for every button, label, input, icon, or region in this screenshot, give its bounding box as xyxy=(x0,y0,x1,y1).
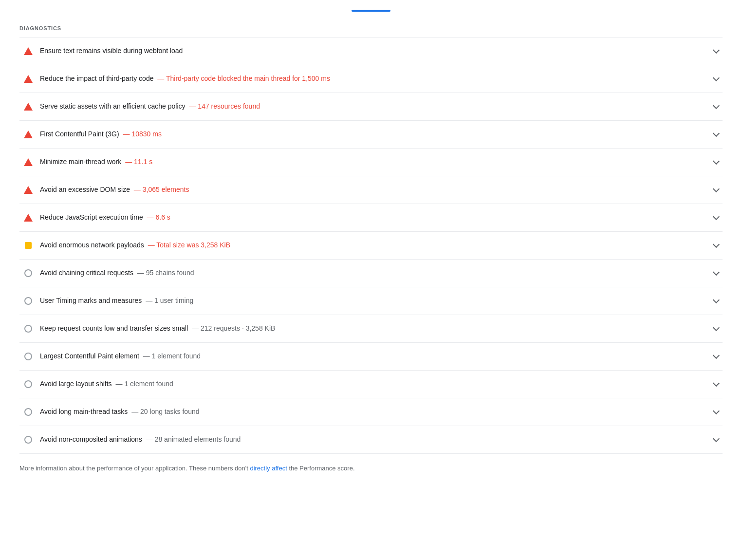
chevron-icon xyxy=(713,75,720,81)
item-left-fcp-3g: First Contentful Paint (3G) — 10830 ms xyxy=(23,130,706,139)
item-left-js-execution: Reduce JavaScript execution time — 6.6 s xyxy=(23,213,706,223)
diagnostic-list: Ensure text remains visible during webfo… xyxy=(19,37,723,454)
chevron-down-icon-critical-requests xyxy=(706,272,719,275)
diagnostic-item-js-execution[interactable]: Reduce JavaScript execution time — 6.6 s xyxy=(19,204,723,232)
section-header: DIAGNOSTICS xyxy=(19,21,723,35)
chevron-icon xyxy=(713,47,720,54)
warning-icon xyxy=(24,75,33,83)
item-left-third-party: Reduce the impact of third-party code — … xyxy=(23,74,706,84)
item-label-layout-shifts: Avoid large layout shifts — 1 element fo… xyxy=(40,379,173,389)
item-label-lcp-element: Largest Contentful Paint element — 1 ele… xyxy=(40,352,201,361)
chevron-down-icon-fcp-3g xyxy=(706,133,719,136)
progress-bar xyxy=(352,10,390,12)
item-left-critical-requests: Avoid chaining critical requests — 95 ch… xyxy=(23,268,706,278)
item-left-request-counts: Keep request counts low and transfer siz… xyxy=(23,324,706,334)
chevron-icon xyxy=(713,380,720,387)
item-detail-js-execution: — 6.6 s xyxy=(145,213,170,221)
warning-square-icon xyxy=(25,242,32,249)
item-detail-lcp-element: — 1 element found xyxy=(141,352,201,360)
item-detail-third-party: — Third-party code blocked the main thre… xyxy=(155,75,330,82)
item-label-critical-requests: Avoid chaining critical requests — 95 ch… xyxy=(40,268,194,278)
footer-text-before: More information about the performance o… xyxy=(19,465,250,472)
footer-text: More information about the performance o… xyxy=(19,464,723,474)
item-detail-main-thread-work: — 11.1 s xyxy=(123,158,152,166)
warning-icon xyxy=(24,103,33,111)
item-detail-cache-policy: — 147 resources found xyxy=(187,102,260,110)
warning-icon xyxy=(24,186,33,194)
info-circle-icon xyxy=(24,353,32,360)
item-label-user-timing: User Timing marks and measures — 1 user … xyxy=(40,296,193,306)
item-label-network-payloads: Avoid enormous network payloads — Total … xyxy=(40,241,230,250)
item-label-long-tasks: Avoid long main-thread tasks — 20 long t… xyxy=(40,407,200,417)
info-circle-icon xyxy=(24,297,32,305)
diagnostic-item-cache-policy[interactable]: Serve static assets with an efficient ca… xyxy=(19,93,723,121)
chevron-icon xyxy=(713,102,720,109)
item-left-layout-shifts: Avoid large layout shifts — 1 element fo… xyxy=(23,379,706,389)
item-left-cache-policy: Serve static assets with an efficient ca… xyxy=(23,102,706,112)
info-circle-icon xyxy=(24,325,32,333)
diagnostic-item-request-counts[interactable]: Keep request counts low and transfer siz… xyxy=(19,315,723,343)
item-left-network-payloads: Avoid enormous network payloads — Total … xyxy=(23,241,706,250)
diagnostic-item-non-composited[interactable]: Avoid non-composited animations — 28 ani… xyxy=(19,426,723,454)
item-detail-critical-requests: — 95 chains found xyxy=(135,269,194,277)
chevron-icon xyxy=(713,408,720,414)
diagnostic-item-user-timing[interactable]: User Timing marks and measures — 1 user … xyxy=(19,287,723,315)
item-label-non-composited: Avoid non-composited animations — 28 ani… xyxy=(40,435,241,445)
chevron-down-icon-request-counts xyxy=(706,327,719,330)
chevron-icon xyxy=(713,241,720,248)
item-label-fcp-3g: First Contentful Paint (3G) — 10830 ms xyxy=(40,130,162,139)
chevron-down-icon-network-payloads xyxy=(706,244,719,247)
footer-link[interactable]: directly affect xyxy=(250,465,287,472)
item-label-webfont: Ensure text remains visible during webfo… xyxy=(40,46,183,56)
item-left-webfont: Ensure text remains visible during webfo… xyxy=(23,46,706,56)
diagnostic-item-layout-shifts[interactable]: Avoid large layout shifts — 1 element fo… xyxy=(19,371,723,398)
chevron-icon xyxy=(713,324,720,331)
item-left-main-thread-work: Minimize main-thread work — 11.1 s xyxy=(23,157,706,167)
item-left-dom-size: Avoid an excessive DOM size — 3,065 elem… xyxy=(23,185,706,195)
chevron-down-icon-long-tasks xyxy=(706,411,719,413)
chevron-icon xyxy=(713,158,720,165)
item-detail-non-composited: — 28 animated elements found xyxy=(144,435,241,443)
item-left-non-composited: Avoid non-composited animations — 28 ani… xyxy=(23,435,706,445)
chevron-down-icon-user-timing xyxy=(706,299,719,302)
chevron-icon xyxy=(713,186,720,192)
item-label-dom-size: Avoid an excessive DOM size — 3,065 elem… xyxy=(40,185,189,195)
warning-icon xyxy=(24,131,33,138)
warning-icon xyxy=(24,47,33,55)
footer-text-after: the Performance score. xyxy=(287,465,355,472)
chevron-icon xyxy=(713,297,720,303)
item-detail-user-timing: — 1 user timing xyxy=(144,297,193,304)
info-circle-icon xyxy=(24,380,32,388)
chevron-down-icon-layout-shifts xyxy=(706,383,719,386)
item-label-js-execution: Reduce JavaScript execution time — 6.6 s xyxy=(40,213,170,223)
diagnostic-item-network-payloads[interactable]: Avoid enormous network payloads — Total … xyxy=(19,232,723,260)
item-label-main-thread-work: Minimize main-thread work — 11.1 s xyxy=(40,157,152,167)
diagnostic-item-dom-size[interactable]: Avoid an excessive DOM size — 3,065 elem… xyxy=(19,176,723,204)
item-detail-fcp-3g: — 10830 ms xyxy=(121,130,162,138)
diagnostic-item-webfont[interactable]: Ensure text remains visible during webfo… xyxy=(19,37,723,65)
diagnostic-item-fcp-3g[interactable]: First Contentful Paint (3G) — 10830 ms xyxy=(19,121,723,149)
diagnostic-item-lcp-element[interactable]: Largest Contentful Paint element — 1 ele… xyxy=(19,343,723,371)
chevron-icon xyxy=(713,435,720,442)
diagnostic-item-long-tasks[interactable]: Avoid long main-thread tasks — 20 long t… xyxy=(19,398,723,426)
chevron-down-icon-js-execution xyxy=(706,216,719,219)
item-left-lcp-element: Largest Contentful Paint element — 1 ele… xyxy=(23,352,706,361)
chevron-icon xyxy=(713,352,720,359)
chevron-down-icon-non-composited xyxy=(706,438,719,441)
diagnostic-item-main-thread-work[interactable]: Minimize main-thread work — 11.1 s xyxy=(19,149,723,176)
info-circle-icon xyxy=(24,269,32,277)
info-circle-icon xyxy=(24,408,32,416)
warning-icon xyxy=(24,158,33,166)
item-left-long-tasks: Avoid long main-thread tasks — 20 long t… xyxy=(23,407,706,417)
info-circle-icon xyxy=(24,436,32,444)
chevron-down-icon-main-thread-work xyxy=(706,161,719,164)
chevron-icon xyxy=(713,213,720,220)
diagnostic-item-third-party[interactable]: Reduce the impact of third-party code — … xyxy=(19,65,723,93)
chevron-icon xyxy=(713,130,720,137)
diagnostic-item-critical-requests[interactable]: Avoid chaining critical requests — 95 ch… xyxy=(19,260,723,287)
item-detail-long-tasks: — 20 long tasks found xyxy=(130,408,199,415)
chevron-down-icon-webfont xyxy=(706,50,719,53)
chevron-down-icon-third-party xyxy=(706,77,719,80)
item-detail-layout-shifts: — 1 element found xyxy=(114,380,173,388)
chevron-down-icon-dom-size xyxy=(706,188,719,191)
